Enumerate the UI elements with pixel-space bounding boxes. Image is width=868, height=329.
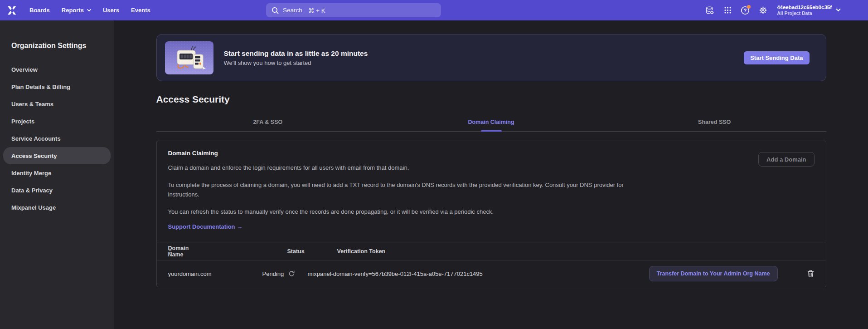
nav-item-events[interactable]: Events <box>131 7 150 14</box>
chevron-down-icon <box>836 9 841 12</box>
account-info: 44eebad12c65eb0c35f All Project Data <box>777 4 832 17</box>
panel-title: Domain Claiming <box>168 150 815 157</box>
banner-subtitle: We'll show you how to get started <box>224 59 368 66</box>
panel-txt-instructions: To complete the process of claiming a do… <box>168 180 655 199</box>
page-title: Access Security <box>156 94 826 105</box>
sidebar-nav: Overview Plan Details & Billing Users & … <box>0 61 114 216</box>
help-icon[interactable]: ? <box>741 6 750 15</box>
nav-item-label: Users <box>103 7 119 14</box>
chevron-down-icon <box>87 9 91 12</box>
search-placeholder: Search <box>283 7 302 14</box>
settings-sidebar: Organization Settings Overview Plan Deta… <box>0 20 114 329</box>
tab-shared-sso[interactable]: Shared SSO <box>603 113 826 131</box>
top-navigation-bar: Boards Reports Users Events Search ⌘ + K <box>0 0 868 20</box>
delete-domain-icon[interactable] <box>807 270 814 278</box>
nav-item-label: Events <box>131 7 150 14</box>
org-id: 44eebad12c65eb0c35f <box>777 4 832 10</box>
support-documentation-link[interactable]: Support Documentation → <box>168 223 243 230</box>
nav-item-users[interactable]: Users <box>103 7 119 14</box>
sidebar-item-data-privacy[interactable]: Data & Privacy <box>3 182 111 199</box>
panel-refresh-note: You can refresh the status to manually v… <box>168 207 815 216</box>
sidebar-item-projects[interactable]: Projects <box>3 113 111 130</box>
sidebar-item-users-teams[interactable]: Users & Teams <box>3 95 111 113</box>
sidebar-item-overview[interactable]: Overview <box>3 61 111 78</box>
domain-table-row: yourdomain.com Pending mixpanel-domain-v… <box>157 260 826 287</box>
settings-gear-icon[interactable] <box>758 6 767 15</box>
status-cell: Pending <box>262 270 296 277</box>
sort-icon <box>168 249 172 254</box>
search-icon <box>272 7 279 14</box>
banner-text: Start sending data in as little as 20 mi… <box>224 49 368 66</box>
verification-token-cell: mixpanel-domain-verify=567b39be-012f-415… <box>308 270 483 277</box>
sidebar-item-access-security[interactable]: Access Security <box>3 147 111 164</box>
access-security-tabs: 2FA & SSO Domain Claiming Shared SSO <box>156 113 826 132</box>
sidebar-item-mixpanel-usage[interactable]: Mixpanel Usage <box>3 199 111 216</box>
panel-intro-text: Claim a domain and enforce the login req… <box>168 163 815 172</box>
main-content: Start sending data in as little as 20 mi… <box>114 20 868 329</box>
mixpanel-logo[interactable] <box>7 5 18 15</box>
column-header-verification-token: Verification Token <box>337 248 386 255</box>
tab-2fa-sso[interactable]: 2FA & SSO <box>156 113 380 131</box>
refresh-status-icon[interactable] <box>288 270 295 277</box>
nav-item-reports[interactable]: Reports <box>62 7 91 14</box>
nav-item-label: Reports <box>62 7 84 14</box>
apps-grid-icon[interactable] <box>723 6 732 15</box>
search-shortcut: ⌘ + K <box>308 7 325 14</box>
column-header-status: Status <box>287 248 305 255</box>
start-sending-data-button[interactable]: Start Sending Data <box>744 51 809 64</box>
sidebar-item-plan-details-billing[interactable]: Plan Details & Billing <box>3 78 111 95</box>
sidebar-item-identity-merge[interactable]: Identity Merge <box>3 164 111 182</box>
domain-claiming-panel: Add a Domain Domain Claiming Claim a dom… <box>156 141 826 287</box>
primary-nav: Boards Reports Users Events <box>29 7 150 14</box>
domains-table-header: Domain Name Status Verification Token <box>157 242 826 260</box>
transfer-domain-button[interactable]: Transfer Domain to Your Admin Org Name <box>649 266 778 281</box>
search-input[interactable]: Search ⌘ + K <box>266 3 441 17</box>
sidebar-title: Organization Settings <box>0 42 114 50</box>
topbar-actions: ? 44eebad12c65eb0c35f All Project Data <box>705 0 841 20</box>
status-badge: Pending <box>262 270 284 277</box>
nav-item-boards[interactable]: Boards <box>29 7 50 14</box>
svg-text:?: ? <box>744 8 747 13</box>
account-switcher[interactable]: 44eebad12c65eb0c35f All Project Data <box>777 4 841 17</box>
banner-title: Start sending data in as little as 20 mi… <box>224 49 368 58</box>
add-a-domain-button[interactable]: Add a Domain <box>758 152 814 167</box>
tab-domain-claiming[interactable]: Domain Claiming <box>379 113 603 131</box>
notification-badge <box>747 5 751 9</box>
sidebar-item-service-accounts[interactable]: Service Accounts <box>3 130 111 147</box>
data-management-icon[interactable] <box>705 6 714 15</box>
onboarding-banner: Start sending data in as little as 20 mi… <box>156 34 826 81</box>
domain-name-cell: yourdomain.com <box>168 270 212 277</box>
devices-illustration <box>165 41 213 74</box>
nav-item-label: Boards <box>29 7 50 14</box>
project-name: All Project Data <box>777 10 832 16</box>
